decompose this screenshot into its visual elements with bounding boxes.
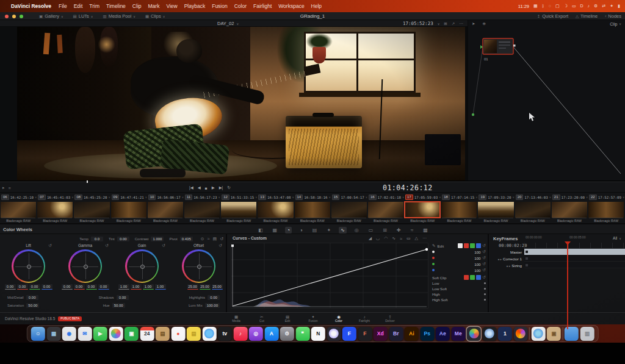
reset-icon[interactable]: ↺ (483, 262, 486, 266)
header-action-button[interactable]: ‹ Nodes (605, 13, 621, 19)
keyframe-lane-sizing[interactable] (524, 262, 625, 268)
node-mode-selector[interactable]: Clip ∨ (610, 22, 621, 26)
channel-value[interactable]: 100 (474, 250, 480, 254)
parameter[interactable]: Highlights 0.00 (189, 295, 220, 300)
dock-app-icon[interactable]: 24 (140, 327, 154, 341)
panel-toggle-button[interactable]: ▤ LUTs ∨ (73, 13, 93, 19)
clip-thumbnail[interactable] (111, 202, 146, 218)
keyframe-marker[interactable] (526, 257, 528, 260)
wheel-ring[interactable] (12, 249, 45, 283)
menu-item[interactable]: View (166, 3, 177, 9)
clip-thumbnail[interactable] (37, 202, 73, 218)
dock-app-icon[interactable]: Me (451, 327, 465, 341)
wheel-value-g[interactable]: 0.00 (86, 284, 97, 290)
dock-app-icon[interactable] (327, 327, 341, 341)
parameter[interactable]: Lum Mix 100.00 (189, 303, 220, 308)
status-icon[interactable]: ♪ (588, 4, 590, 9)
channel-value[interactable]: 100 (474, 268, 480, 273)
dock-app-icon[interactable]: ⚙ (280, 327, 294, 341)
menu-item[interactable]: Mark (148, 3, 160, 9)
channel-button[interactable] (464, 243, 469, 248)
timeline-clip[interactable]: 14 16:58:18:16 ∨ Blackmagic RAW (294, 193, 331, 223)
dock-app-icon[interactable]: F (342, 327, 356, 341)
channel-value[interactable]: 100 (474, 256, 480, 260)
wheel-value-b[interactable]: 0.00 (98, 284, 109, 290)
palette-tool-icon[interactable]: ◎ (353, 227, 361, 234)
menu-item[interactable]: Timeline (106, 3, 126, 9)
panel-toggle-button[interactable]: ▣ Gallery ∨ (39, 13, 63, 19)
channel-button[interactable] (476, 243, 481, 248)
dock-app-icon[interactable]: 1 (498, 327, 512, 341)
menu-item[interactable]: Fairlight (253, 3, 272, 9)
timeline-clip[interactable]: 15 17:00:54:17 ∨ Blackmagic RAW (331, 193, 367, 223)
dock-app-icon[interactable]: ▤ (187, 327, 201, 341)
reset-icon[interactable]: ↺ (483, 275, 486, 280)
palette-tool-icon[interactable]: ✚ (395, 227, 403, 234)
parameter-value[interactable]: 50.00 (26, 303, 39, 308)
dock-app-icon[interactable]: F (358, 327, 372, 341)
status-icon[interactable]: D (580, 4, 583, 9)
timeline-clip[interactable]: 09 16:47:41:21 ∨ Blackmagic RAW (110, 193, 147, 223)
timeline-clip[interactable]: 20 17:13:46:03 ∨ Blackmagic RAW (515, 193, 551, 223)
parameter[interactable]: Tint 0.00 (109, 237, 129, 241)
dock-app-icon[interactable]: ❞ (295, 327, 309, 341)
wheel-mode-icon[interactable]: ↺ (220, 237, 223, 241)
dock-app-icon[interactable]: ✉ (78, 327, 92, 341)
timeline-clip[interactable]: 07 16:45:41:03 ∨ Blackmagic RAW (37, 193, 73, 223)
wheel-ring[interactable] (125, 249, 159, 283)
transport-button[interactable]: ↻ (227, 185, 230, 190)
keyframe-marker[interactable] (526, 251, 528, 253)
channel-button[interactable] (470, 243, 475, 248)
transport-button[interactable]: |◀ (189, 185, 193, 190)
palette-tool-icon[interactable]: ◔ (285, 227, 292, 234)
timeline-clip[interactable]: 13 16:53:47:08 ∨ Blackmagic RAW (257, 193, 294, 223)
timeline-clip[interactable]: 08 16:45:25:20 ∨ Blackmagic RAW (73, 193, 110, 223)
page-tab[interactable]: ▤ Edit (275, 313, 300, 325)
wheel-value-g[interactable]: 0.00 (29, 284, 40, 290)
clip-thumbnail[interactable] (1, 202, 36, 218)
status-icon[interactable]: ▦ (533, 4, 538, 9)
transport-button[interactable]: ◀ (198, 185, 201, 190)
dock-app-icon[interactable]: ♪ (233, 327, 247, 341)
wheel-reset-icon[interactable]: ↺ (162, 243, 165, 248)
track-name-master[interactable]: Master (490, 250, 524, 254)
channel-value[interactable]: 100 (474, 262, 480, 266)
status-icon[interactable]: ☽ (564, 4, 568, 9)
clip-thumbnail[interactable] (368, 202, 403, 218)
status-icon[interactable]: ▢ (555, 4, 560, 9)
soft-channel-button[interactable] (476, 275, 481, 280)
menu-item[interactable]: Color (234, 3, 247, 9)
menu-item[interactable]: Trim (89, 3, 99, 9)
node-tool-icon[interactable]: ➤ (472, 21, 475, 26)
soft-channel-button[interactable] (470, 275, 475, 280)
parameter[interactable]: Contrast 1.000 (135, 237, 164, 241)
window-minimize-button[interactable] (12, 15, 16, 18)
clip-thumbnail[interactable] (515, 202, 551, 218)
parameter[interactable]: Pivot 0.435 (169, 237, 192, 241)
channel-button[interactable] (458, 243, 463, 248)
clip-thumbnail[interactable] (184, 202, 220, 218)
parameter-value[interactable]: 50.00 (112, 303, 125, 308)
timeline-clip[interactable]: 18 17:07:14:15 ∨ Blackmagic RAW (441, 193, 477, 223)
node-tool-icon[interactable]: ⊕ (482, 21, 485, 26)
dock-app-icon[interactable]: A (264, 327, 278, 341)
wheel-reset-icon[interactable]: ↺ (106, 243, 109, 248)
parameter-value[interactable]: 0.00 (117, 237, 129, 241)
palette-tool-icon[interactable]: ▩ (421, 227, 430, 234)
soft-param-handle[interactable] (484, 299, 486, 301)
clip-thumbnail[interactable] (331, 202, 367, 218)
wheel-value-r[interactable]: 0.00 (17, 284, 28, 290)
dock-app-icon[interactable]: Ai (405, 327, 419, 341)
keyframe-marker[interactable] (526, 264, 528, 266)
dock-app-icon[interactable] (482, 327, 496, 341)
parameter-value[interactable]: 0.435 (180, 237, 193, 241)
wheel-reset-icon[interactable]: ↺ (49, 243, 52, 248)
dock-app-icon[interactable] (109, 327, 123, 341)
wheel-mode-icon[interactable]: ≈ (208, 237, 210, 241)
page-tab[interactable]: ⇪ Deliver (377, 313, 403, 325)
wheel-mode-icon[interactable]: ▤ (213, 237, 217, 241)
dock-app-icon[interactable] (202, 327, 216, 341)
clip-thumbnail[interactable] (552, 202, 587, 218)
palette-tool-icon[interactable]: ∿ (339, 227, 347, 234)
dock-app-icon[interactable] (562, 327, 563, 340)
